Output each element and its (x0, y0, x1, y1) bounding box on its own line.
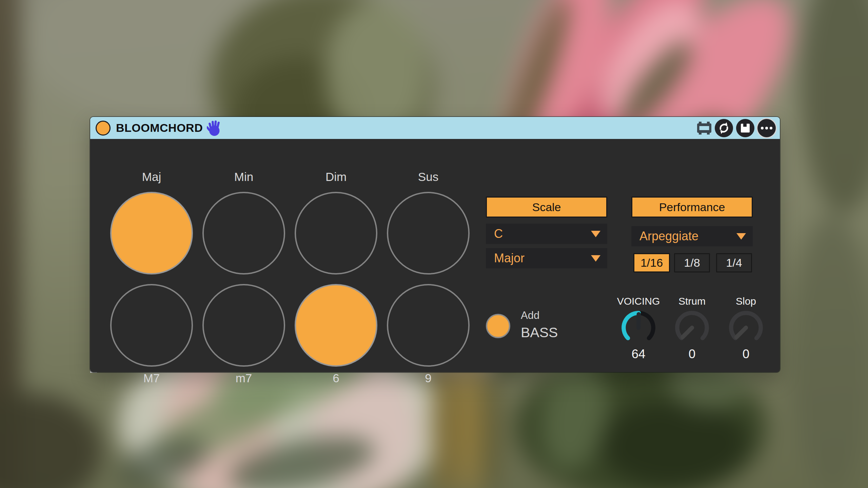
chord-label-m7maj: M7 (110, 371, 193, 385)
hot-swap-icon (717, 121, 731, 135)
strum-value: 0 (663, 347, 721, 361)
chord-pad-maj[interactable] (110, 192, 193, 274)
chord-label-min: Min (202, 170, 285, 184)
add-bass-toggle[interactable] (486, 314, 510, 338)
voicing-knob[interactable] (619, 308, 658, 347)
device-panel: Maj Min Dim Sus M7 m7 6 9 Scale C (90, 139, 780, 372)
titlebar-actions (697, 119, 776, 137)
chord-pad-dim[interactable] (295, 192, 377, 274)
chord-label-dim: Dim (295, 170, 377, 184)
more-options-icon (761, 127, 772, 129)
scale-root-dropdown[interactable]: C (486, 224, 607, 244)
more-options-button[interactable] (757, 119, 776, 137)
slop-value: 0 (717, 347, 775, 361)
save-icon (738, 121, 752, 135)
scale-mode-value: Major (494, 251, 525, 265)
chord-pad-6[interactable] (295, 284, 377, 367)
add-bass-label-line1: Add (521, 309, 558, 322)
hot-swap-button[interactable] (715, 119, 733, 137)
performance-mode-value: Arpeggiate (639, 229, 698, 243)
strum-knob-block: Strum 0 (663, 295, 721, 361)
save-preset-button[interactable] (736, 119, 754, 137)
chevron-down-icon (591, 255, 600, 262)
chord-label-9: 9 (387, 371, 470, 385)
bloomchord-device: BLOOMCHORD (90, 117, 780, 372)
chord-pad-9[interactable] (387, 284, 470, 367)
add-bass-label: Add BASS (521, 309, 558, 341)
chord-label-sus: Sus (387, 170, 470, 184)
chord-label-maj: Maj (110, 170, 193, 184)
hand-icon (207, 120, 222, 136)
device-title: BLOOMCHORD (116, 121, 203, 135)
chord-pad-min[interactable] (202, 192, 285, 274)
device-titlebar[interactable]: BLOOMCHORD (90, 117, 780, 139)
chord-pad-m7maj[interactable] (110, 284, 193, 367)
device-on-toggle[interactable] (96, 121, 111, 136)
chord-pad-m7min[interactable] (202, 284, 285, 367)
rate-button-1-8[interactable]: 1/8 (674, 253, 710, 272)
chord-label-6: 6 (295, 371, 377, 385)
voicing-value: 64 (610, 347, 667, 361)
scale-header-button[interactable]: Scale (486, 197, 607, 218)
performance-mode-dropdown[interactable]: Arpeggiate (631, 226, 753, 246)
scale-mode-dropdown[interactable]: Major (486, 248, 607, 268)
voicing-label: VOICING (610, 295, 667, 308)
slop-knob-block: Slop 0 (717, 295, 775, 361)
strum-knob[interactable] (673, 308, 711, 347)
add-bass-label-line2: BASS (521, 325, 558, 341)
chord-label-m7min: m7 (202, 371, 285, 385)
slop-knob[interactable] (727, 308, 765, 347)
rate-button-1-16[interactable]: 1/16 (633, 253, 670, 272)
scale-root-value: C (494, 227, 503, 241)
chevron-down-icon (736, 233, 746, 240)
strum-label: Strum (663, 295, 721, 308)
device-view-icon[interactable] (697, 121, 712, 135)
chord-pad-sus[interactable] (387, 192, 470, 274)
voicing-knob-block: VOICING 64 (610, 295, 667, 361)
rate-button-1-4[interactable]: 1/4 (716, 253, 752, 272)
screen: BLOOMCHORD (0, 0, 868, 488)
chevron-down-icon (591, 231, 600, 237)
performance-header-button[interactable]: Performance (631, 197, 753, 218)
slop-label: Slop (717, 295, 775, 308)
